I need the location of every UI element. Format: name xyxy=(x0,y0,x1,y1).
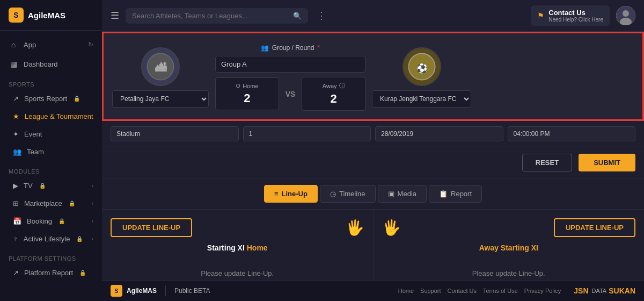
user-avatar[interactable] xyxy=(616,6,635,25)
tv-icon: ▶ xyxy=(13,182,18,190)
platform-section-label: Platform Settings xyxy=(0,248,102,264)
lineup-home-top: UPDATE LINE-UP 🖐 xyxy=(111,218,364,237)
home-team-select[interactable]: Petaling Jaya FC xyxy=(112,90,209,108)
arrow-icon-booking: › xyxy=(92,218,93,224)
main-content: ☰ 🔍 ⋮ ⚑ Contact Us Need Help? Click Here xyxy=(102,0,644,301)
footer-divider xyxy=(165,285,166,296)
content-area: 🏙 Petaling Jaya FC 👥 Group / Round * xyxy=(102,32,644,280)
hamburger-icon[interactable]: ☰ xyxy=(111,10,119,22)
sidebar-item-marketplace-label: Marketplace xyxy=(24,199,62,207)
sidebar-item-active-lifestyle[interactable]: ♀ Active Lifestyle 🔒 › xyxy=(0,230,102,248)
footer-logo-icon: S xyxy=(111,285,122,297)
sidebar-item-sports-report-label: Sports Report xyxy=(24,95,67,103)
footer-brand-text: AgileMAS xyxy=(127,287,157,295)
sidebar-item-active-lifestyle-label: Active Lifestyle xyxy=(24,235,70,243)
timeline-tab-label: Timeline xyxy=(339,190,365,198)
arrow-icon-tv: › xyxy=(92,183,93,189)
sidebar-item-app[interactable]: ⌂ App ↻ xyxy=(0,35,102,54)
sports-section-label: Sports xyxy=(0,74,102,90)
date-input[interactable] xyxy=(375,126,503,141)
time-input[interactable] xyxy=(508,126,636,141)
sidebar-item-event[interactable]: ✦ Event xyxy=(0,125,102,143)
tab-timeline[interactable]: ◷ Timeline xyxy=(320,185,376,203)
lineup-away-placeholder: Please update Line-Up. xyxy=(472,269,545,277)
lineup-home-col: UPDATE LINE-UP 🖐 Starting XI Home Please… xyxy=(102,210,374,280)
lock-icon-marketplace: 🔒 xyxy=(69,200,75,206)
dashboard-icon: ▦ xyxy=(9,60,18,68)
sidebar-item-dashboard[interactable]: ▦ Dashboard xyxy=(0,54,102,74)
footer-link-support[interactable]: Support xyxy=(420,288,441,294)
footer-link-privacy[interactable]: Privacy Policy xyxy=(524,288,561,294)
media-tab-label: Media xyxy=(398,190,416,198)
sidebar-item-platform-report[interactable]: ↗ Platform Report 🔒 xyxy=(0,264,102,282)
report-tab-label: Report xyxy=(451,190,472,198)
home-circle-icon: ⊙ xyxy=(236,82,240,89)
submit-button[interactable]: SUBMIT xyxy=(579,154,635,171)
sidebar-item-team[interactable]: 👥 Team xyxy=(0,143,102,161)
tab-report[interactable]: 📋 Report xyxy=(429,185,482,203)
search-input[interactable] xyxy=(132,12,289,20)
footer-link-contact[interactable]: Contact Us xyxy=(448,288,477,294)
platform-report-icon: ↗ xyxy=(13,269,19,277)
sidebar-item-booking-label: Booking xyxy=(27,217,52,225)
lock-icon-tv: 🔒 xyxy=(39,183,46,189)
sidebar-item-league-label: League & Tournament xyxy=(25,112,93,120)
lineup-tab-label: Line-Up xyxy=(282,190,308,198)
sidebar-item-tv[interactable]: ▶ TV 🔒 › xyxy=(0,177,102,195)
group-input[interactable] xyxy=(215,56,365,73)
sidebar-item-league[interactable]: ★ League & Tournament xyxy=(0,108,102,125)
stadium-input[interactable] xyxy=(111,126,239,141)
modules-section-label: Modules xyxy=(0,161,102,177)
starting-xi-home-prefix: Starting XI xyxy=(207,243,247,252)
away-label: Away ⓘ xyxy=(306,82,361,90)
away-team-select[interactable]: Kurap Jengki Tenggara FC xyxy=(372,90,471,108)
lineup-away-title: Away Starting XI xyxy=(479,243,538,252)
more-options-icon[interactable]: ⋮ xyxy=(317,10,326,22)
action-row: RESET SUBMIT xyxy=(102,147,644,178)
active-lifestyle-icon: ♀ xyxy=(13,235,18,243)
footer-datasukan: JSN DATASUKAN xyxy=(574,286,635,295)
footer-link-terms[interactable]: Terms of Use xyxy=(483,288,518,294)
booking-icon: 📅 xyxy=(13,217,21,225)
marketplace-icon: ⊞ xyxy=(13,199,19,207)
sidebar-item-platform-report-label: Platform Report xyxy=(24,269,73,277)
home-score-col: ⊙ Home 2 xyxy=(215,77,279,110)
sidebar-item-sports-report[interactable]: ↗ Sports Report 🔒 xyxy=(0,90,102,108)
update-lineup-left-button[interactable]: UPDATE LINE-UP xyxy=(111,218,192,237)
footer-link-home[interactable]: Home xyxy=(398,288,414,294)
sidebar-item-marketplace[interactable]: ⊞ Marketplace 🔒 › xyxy=(0,195,102,212)
contact-icon: ⚑ xyxy=(537,11,544,20)
reset-button[interactable]: RESET xyxy=(522,154,572,171)
group-round-label: 👥 Group / Round * xyxy=(261,44,320,52)
vs-row: ⊙ Home 2 VS Away ⓘ 2 xyxy=(215,77,365,111)
home-score: 2 xyxy=(220,91,274,105)
sidebar-logo: S AgileMAS xyxy=(0,0,102,31)
svg-point-1 xyxy=(623,10,629,17)
report-tab-icon: 📋 xyxy=(439,190,448,198)
sidebar-item-booking[interactable]: 📅 Booking 🔒 › xyxy=(0,212,102,230)
score-card: 🏙 Petaling Jaya FC 👥 Group / Round * xyxy=(102,32,644,121)
refresh-icon: ↻ xyxy=(88,41,93,48)
footer-links: Home Support Contact Us Terms of Use Pri… xyxy=(398,288,561,294)
sidebar-item-event-label: Event xyxy=(24,130,42,138)
tab-lineup[interactable]: ≡ Line-Up xyxy=(264,185,318,203)
footer-datasukan-label: DATA xyxy=(592,288,607,294)
tab-media[interactable]: ▣ Media xyxy=(378,185,427,203)
score-inner: 🏙 Petaling Jaya FC 👥 Group / Round * xyxy=(112,44,634,111)
update-lineup-right-button[interactable]: UPDATE LINE-UP xyxy=(554,218,635,237)
required-mark: * xyxy=(318,44,320,52)
round-input[interactable] xyxy=(243,126,371,141)
lineup-home-title: Starting XI Home xyxy=(207,243,268,252)
arrow-icon-active-lifestyle: › xyxy=(92,236,93,242)
header-right: ⚑ Contact Us Need Help? Click Here xyxy=(531,5,635,26)
svg-text:🏙: 🏙 xyxy=(155,61,167,74)
group-round-text: Group / Round xyxy=(272,44,314,52)
sidebar-item-tv-label: TV xyxy=(24,182,33,190)
lock-icon-active-lifestyle: 🔒 xyxy=(76,236,83,242)
logo-icon: S xyxy=(9,8,24,23)
away-circle-icon: ⓘ xyxy=(339,82,345,90)
search-icon: 🔍 xyxy=(293,12,302,20)
app-name: AgileMAS xyxy=(28,11,65,20)
cursor-hand-left: 🖐 xyxy=(346,220,364,235)
contact-us-button[interactable]: ⚑ Contact Us Need Help? Click Here xyxy=(531,5,610,26)
